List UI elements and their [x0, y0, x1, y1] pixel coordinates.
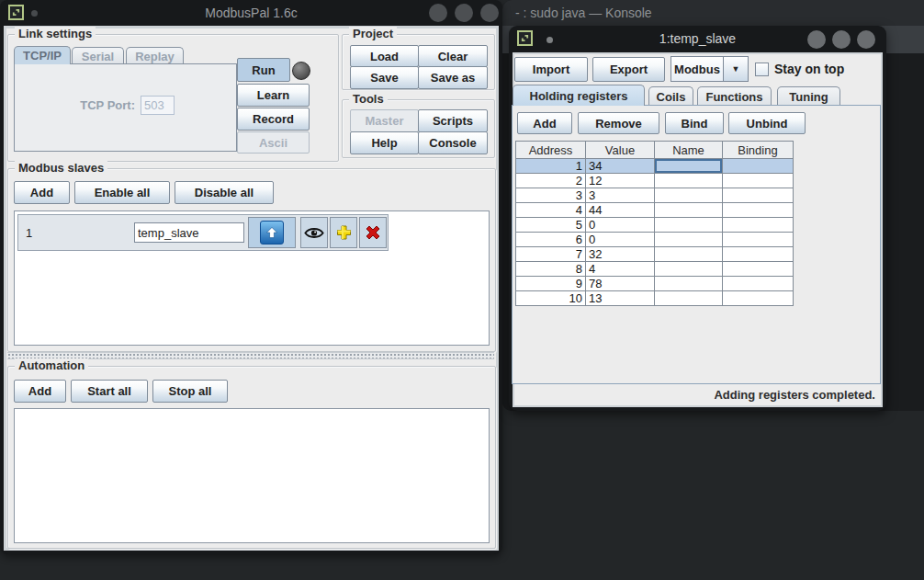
konsole-titlebar[interactable]: - : sudo java — Konsole: [502, 0, 924, 26]
cell-binding[interactable]: [723, 174, 794, 188]
minimize-button[interactable]: [807, 30, 826, 49]
learn-button[interactable]: Learn: [237, 84, 310, 107]
start-all-button[interactable]: Start all: [71, 380, 148, 403]
cell-value[interactable]: 32: [586, 247, 655, 262]
save-as-button[interactable]: Save as: [418, 66, 488, 89]
column-header-address[interactable]: Address: [516, 142, 586, 159]
slave-delete-button[interactable]: [359, 217, 387, 248]
export-button[interactable]: Export: [592, 57, 665, 82]
import-button[interactable]: Import: [514, 57, 588, 82]
cell-address[interactable]: 8: [516, 262, 586, 277]
slave-titlebar[interactable]: 1:temp_slave: [509, 26, 886, 52]
column-header-binding[interactable]: Binding: [723, 142, 794, 159]
cell-name[interactable]: [655, 277, 723, 291]
cell-address[interactable]: 5: [516, 218, 586, 233]
clear-button[interactable]: Clear: [418, 45, 488, 67]
close-button[interactable]: [480, 4, 499, 22]
slave-view-button[interactable]: [300, 217, 328, 248]
register-bind-button[interactable]: Bind: [665, 112, 724, 134]
table-row[interactable]: 1013: [516, 291, 794, 306]
table-row[interactable]: 33: [516, 188, 794, 203]
cell-value[interactable]: 3: [586, 188, 655, 203]
cell-binding[interactable]: [723, 159, 794, 174]
tab-serial[interactable]: Serial: [72, 47, 124, 64]
cell-value[interactable]: 0: [586, 218, 655, 233]
tab-holding-registers[interactable]: Holding registers: [513, 85, 645, 106]
tab-replay[interactable]: Replay: [126, 47, 184, 64]
tab-coils[interactable]: Coils: [648, 86, 693, 106]
register-unbind-button[interactable]: Unbind: [728, 112, 806, 134]
cell-value[interactable]: 44: [586, 203, 655, 218]
console-button[interactable]: Console: [418, 131, 488, 154]
cell-name[interactable]: [655, 262, 723, 277]
cell-name[interactable]: [655, 291, 723, 306]
cell-address[interactable]: 1: [516, 159, 586, 174]
column-header-value[interactable]: Value: [586, 142, 655, 159]
table-row[interactable]: 732: [516, 247, 794, 262]
cell-address[interactable]: 2: [516, 174, 586, 188]
enable-all-button[interactable]: Enable all: [74, 181, 170, 204]
help-button[interactable]: Help: [350, 131, 419, 154]
cell-name[interactable]: [655, 188, 723, 203]
table-row[interactable]: 212: [516, 174, 794, 188]
cell-name[interactable]: [655, 203, 723, 218]
save-button[interactable]: Save: [350, 66, 419, 89]
register-remove-button[interactable]: Remove: [578, 112, 659, 134]
slave-enable-toggle[interactable]: [248, 217, 296, 248]
record-button[interactable]: Record: [237, 108, 310, 131]
cell-name[interactable]: [655, 159, 723, 174]
cell-address[interactable]: 4: [516, 203, 586, 218]
column-header-name[interactable]: Name: [655, 142, 723, 159]
cell-binding[interactable]: [723, 291, 794, 306]
tab-tuning[interactable]: Tuning: [777, 86, 840, 106]
cell-value[interactable]: 0: [586, 233, 655, 247]
minimize-button[interactable]: [429, 4, 447, 22]
tab-serial-label: Serial: [82, 50, 114, 63]
automation-add-button[interactable]: Add: [14, 380, 66, 403]
table-row[interactable]: 50: [516, 218, 794, 233]
stop-all-button[interactable]: Stop all: [152, 380, 228, 403]
cell-binding[interactable]: [723, 218, 794, 233]
slave-name-input[interactable]: [134, 222, 244, 243]
modbuspal-titlebar[interactable]: ModbusPal 1.6c: [0, 0, 502, 26]
cell-value[interactable]: 34: [586, 159, 655, 174]
tab-functions[interactable]: Functions: [697, 86, 772, 106]
stay-on-top-checkbox[interactable]: [755, 63, 769, 76]
table-row[interactable]: 84: [516, 262, 794, 277]
cell-address[interactable]: 10: [516, 291, 586, 306]
cell-name[interactable]: [655, 247, 723, 262]
cell-value[interactable]: 4: [586, 262, 655, 277]
cell-name[interactable]: [655, 174, 723, 188]
maximize-button[interactable]: [832, 30, 851, 49]
disable-all-button[interactable]: Disable all: [175, 181, 274, 204]
load-button[interactable]: Load: [350, 45, 419, 67]
table-row[interactable]: 978: [516, 277, 794, 291]
table-row[interactable]: 60: [516, 233, 794, 247]
tab-tcpip[interactable]: TCP/IP: [14, 46, 71, 64]
run-button[interactable]: Run: [237, 58, 290, 82]
cell-value[interactable]: 12: [586, 174, 655, 188]
mode-combobox[interactable]: Modbus ▼: [670, 56, 749, 82]
cell-address[interactable]: 7: [516, 247, 586, 262]
cell-binding[interactable]: [723, 262, 794, 277]
slaves-add-button[interactable]: Add: [14, 181, 70, 204]
cell-name[interactable]: [655, 233, 723, 247]
close-button[interactable]: [857, 30, 875, 49]
table-row[interactable]: 444: [516, 203, 794, 218]
table-row[interactable]: 134: [516, 159, 794, 174]
maximize-button[interactable]: [455, 4, 473, 22]
cell-binding[interactable]: [723, 203, 794, 218]
cell-binding[interactable]: [723, 188, 794, 203]
slave-add-automation-button[interactable]: [330, 217, 357, 248]
cell-value[interactable]: 13: [586, 291, 655, 306]
cell-address[interactable]: 6: [516, 233, 586, 247]
cell-name[interactable]: [655, 218, 723, 233]
cell-binding[interactable]: [723, 247, 794, 262]
scripts-button[interactable]: Scripts: [418, 109, 488, 132]
cell-binding[interactable]: [723, 277, 794, 291]
register-add-button[interactable]: Add: [517, 112, 572, 134]
cell-address[interactable]: 9: [516, 277, 586, 291]
cell-value[interactable]: 78: [586, 277, 655, 291]
cell-address[interactable]: 3: [516, 188, 586, 203]
cell-binding[interactable]: [723, 233, 794, 247]
